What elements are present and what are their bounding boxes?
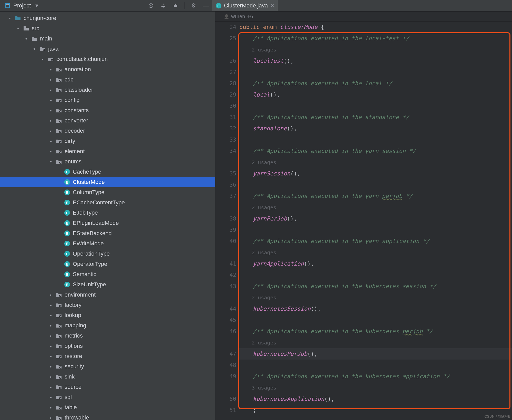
svg-rect-6 [32,37,34,38]
tree-item-java[interactable]: java [0,44,215,54]
expand-arrow-icon[interactable] [24,37,29,41]
tree-item-cachetype[interactable]: ECacheType [0,167,215,177]
tree-item-clustermode[interactable]: EClusterMode [0,177,215,187]
line-number: 46 [215,326,236,337]
tree-item-label: EWriteMode [73,240,104,247]
author-inlay-bar[interactable]: 👤 wuren +6 [215,12,512,22]
tree-item-columntype[interactable]: EColumnType [0,187,215,197]
expand-arrow-icon[interactable] [48,67,53,71]
expand-arrow-icon[interactable] [48,385,53,389]
tree-item-decoder[interactable]: decoder [0,126,215,136]
expand-arrow-icon[interactable] [48,88,53,92]
tree-item-ewritemode[interactable]: EEWriteMode [0,238,215,249]
svg-point-10 [52,60,53,61]
tree-item-lookup[interactable]: lookup [0,310,215,320]
tree-item-enums[interactable]: enums [0,156,215,167]
tree-item-element[interactable]: element [0,146,215,156]
pkg-icon [56,139,62,143]
tree-item-label: EStateBackend [73,230,112,237]
tree-item-annotation[interactable]: annotation [0,64,215,75]
expand-arrow-icon[interactable] [40,57,45,61]
tree-item-sql[interactable]: sql [0,392,215,402]
code-editor-pane: 👤 wuren +6 24252627282930313233343536373… [215,12,512,420]
tree-item-restore[interactable]: restore [0,351,215,361]
expand-arrow-icon[interactable] [15,26,21,30]
pkg-icon [56,364,62,369]
expand-arrow-icon[interactable] [32,47,37,51]
expand-arrow-icon[interactable] [48,364,53,369]
tree-item-environment[interactable]: environment [0,290,215,300]
expand-arrow-icon[interactable] [48,395,53,399]
expand-arrow-icon[interactable] [48,139,53,143]
expand-arrow-icon[interactable] [48,344,53,348]
tree-item-main[interactable]: main [0,34,215,44]
tree-item-metrics[interactable]: metrics [0,331,215,341]
line-number [215,247,236,258]
tree-item-cdc[interactable]: cdc [0,75,215,85]
code-area[interactable]: 2425262728293031323334353637383940414243… [215,22,512,420]
hide-tool-icon[interactable]: — [203,2,209,9]
tree-item-label: src [32,25,39,32]
toolbar-separator [185,2,185,9]
tree-item-options[interactable]: options [0,341,215,351]
tree-item-epluginloadmode[interactable]: EEPluginLoadMode [0,218,215,228]
project-tool-icon[interactable] [4,2,11,9]
collapse-all-icon[interactable] [172,2,179,9]
expand-arrow-icon[interactable] [48,129,53,133]
project-dropdown-icon[interactable]: ▾ [33,2,40,9]
expand-arrow-icon[interactable] [48,334,53,338]
expand-arrow-icon[interactable] [48,149,53,153]
tree-item-estatebackend[interactable]: EEStateBackend [0,228,215,238]
tree-item-com-dtstack-chunjun[interactable]: com.dtstack.chunjun [0,54,215,64]
tree-item-factory[interactable]: factory [0,300,215,310]
tree-item-mapping[interactable]: mapping [0,320,215,331]
tree-item-label: lookup [65,312,81,319]
tree-item-sink[interactable]: sink [0,372,215,382]
line-number: 27 [215,67,236,78]
tree-item-ecachecontenttype[interactable]: EECacheContentType [0,197,215,208]
tree-item-sizeunittype[interactable]: ESizeUnitType [0,279,215,290]
expand-arrow-icon[interactable] [7,16,12,20]
select-open-file-icon[interactable] [148,2,154,9]
tree-item-label: Semantic [73,271,96,278]
expand-arrow-icon[interactable] [48,303,53,307]
expand-arrow-icon[interactable] [48,354,53,358]
line-number: 45 [215,314,236,326]
tree-item-ejobtype[interactable]: EEJobType [0,208,215,218]
tree-item-config[interactable]: config [0,95,215,105]
expand-arrow-icon[interactable] [48,323,53,328]
expand-arrow-icon[interactable] [48,313,53,317]
tree-item-security[interactable]: security [0,361,215,372]
tree-item-classloader[interactable]: classloader [0,85,215,95]
folder-icon [23,26,29,31]
tree-item-dirty[interactable]: dirty [0,136,215,146]
tree-item-source[interactable]: source [0,382,215,392]
tree-item-constants[interactable]: constants [0,105,215,116]
tree-item-src[interactable]: src [0,23,215,34]
settings-icon[interactable]: ⚙ [190,2,197,9]
top-toolbar: Project ▾ ⚙ — E ClusterMode.java ✕ [0,0,512,12]
tree-item-throwable[interactable]: throwable [0,413,215,420]
tree-item-operatortype[interactable]: EOperatorType [0,259,215,269]
expand-arrow-icon[interactable] [48,98,53,102]
editor-tab-clustermode[interactable]: E ClusterMode.java ✕ [212,0,278,11]
expand-arrow-icon[interactable] [48,160,53,164]
expand-arrow-icon[interactable] [48,405,53,410]
expand-arrow-icon[interactable] [48,108,53,112]
tree-item-converter[interactable]: converter [0,116,215,126]
expand-all-icon[interactable] [160,2,167,9]
expand-arrow-icon[interactable] [48,375,53,379]
tree-item-table[interactable]: table [0,402,215,413]
tree-item-operationtype[interactable]: EOperationType [0,249,215,259]
tree-item-semantic[interactable]: ESemantic [0,269,215,279]
project-tree[interactable]: chunjun-coresrcmainjavacom.dtstack.chunj… [0,12,215,420]
pkg-icon [56,354,62,359]
expand-arrow-icon[interactable] [48,293,53,297]
expand-arrow-icon[interactable] [48,416,53,420]
expand-arrow-icon[interactable] [48,119,53,123]
expand-arrow-icon[interactable] [48,78,53,82]
code-lines[interactable]: public enum ClusterMode { /** Applicatio… [239,22,512,420]
close-tab-icon[interactable]: ✕ [270,3,274,8]
tree-item-chunjun-core[interactable]: chunjun-core [0,13,215,23]
pkg-icon [56,313,62,318]
